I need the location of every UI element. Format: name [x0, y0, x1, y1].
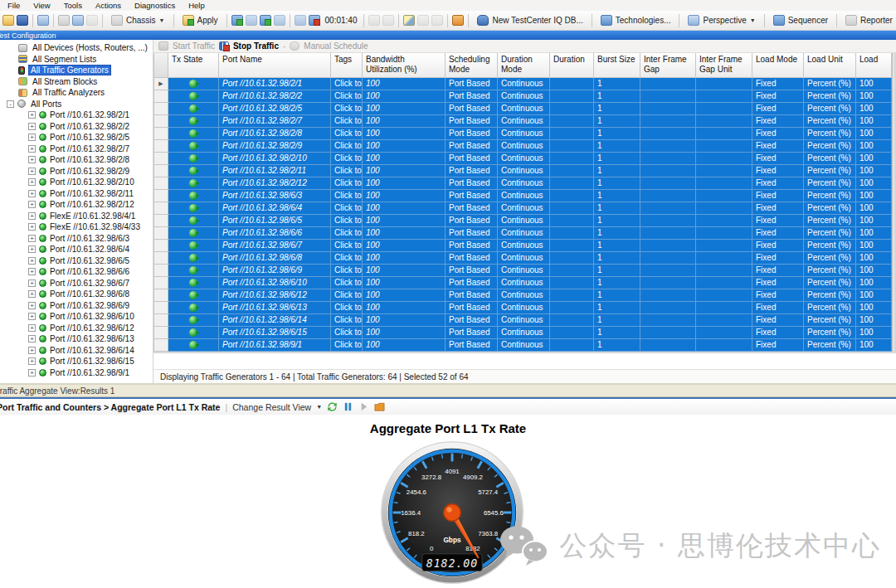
technologies-button[interactable]: Technologies...: [597, 13, 675, 27]
tab-traffic-aggregate-view[interactable]: Traffic Aggregate View:Results 1: [0, 386, 114, 396]
save-results-icon[interactable]: [37, 15, 49, 26]
expand-icon[interactable]: +: [28, 324, 36, 332]
sidebar-port-item[interactable]: +Port //10.61.32.98/2/9: [0, 166, 153, 177]
sidebar-port-item[interactable]: +Port //10.61.32.98/6/6: [0, 266, 153, 278]
row-handle[interactable]: [154, 189, 168, 202]
table-row[interactable]: Port //10.61.32.98/6/4Click to ad...100P…: [154, 202, 892, 214]
row-handle[interactable]: [154, 127, 168, 139]
expand-icon[interactable]: +: [28, 145, 36, 153]
expand-icon[interactable]: +: [28, 111, 36, 119]
stop-traffic-toolbar-icon[interactable]: [309, 15, 320, 26]
sidebar-item-all-traffic-analyzers[interactable]: All Traffic Analyzers: [0, 87, 153, 99]
column-header-inter-frame-gap-unit[interactable]: Inter Frame Gap Unit: [696, 53, 752, 77]
column-header-duration[interactable]: Duration: [550, 53, 594, 77]
column-header-bandwidth-utilization-[interactable]: Bandwidth Utilization (%): [363, 53, 446, 77]
table-row[interactable]: Port //10.61.32.98/2/10Click to ad...100…: [154, 152, 892, 164]
release-ports-icon[interactable]: [274, 15, 285, 26]
table-row[interactable]: Port //10.61.32.98/2/8Click to ad...100P…: [154, 127, 892, 139]
cell-tags[interactable]: Click to ad...: [331, 114, 363, 127]
cell-tags[interactable]: Click to ad...: [331, 152, 363, 164]
expand-icon[interactable]: +: [28, 178, 36, 186]
chassis-button[interactable]: Chassis ▼: [107, 13, 169, 27]
row-handle[interactable]: [154, 239, 168, 251]
expand-icon[interactable]: +: [28, 257, 36, 265]
sidebar-port-item[interactable]: +FlexE //10.61.32.98/4/33: [0, 221, 153, 233]
column-header-port-name[interactable]: Port Name: [219, 53, 331, 77]
sidebar-item-all-stream-blocks[interactable]: All Stream Blocks: [0, 76, 153, 88]
cell-tags[interactable]: Click to ad...: [331, 77, 363, 90]
table-row[interactable]: Port //10.61.32.98/2/2Click to ad...100P…: [154, 90, 892, 102]
column-header-burst-size[interactable]: Burst Size: [594, 53, 640, 77]
disconnect-ports-icon[interactable]: [246, 15, 257, 26]
paste-icon[interactable]: [86, 15, 98, 26]
row-handle[interactable]: [154, 152, 168, 164]
row-handle[interactable]: [154, 202, 168, 214]
column-header-load-mode[interactable]: Load Mode: [752, 53, 804, 77]
sidebar-port-item[interactable]: +Port //10.61.32.98/6/13: [0, 333, 153, 345]
stop-devices-icon[interactable]: [417, 15, 429, 26]
table-row[interactable]: Port //10.61.32.98/6/15Click to ad...100…: [154, 326, 892, 338]
column-header-duration-mode[interactable]: Duration Mode: [498, 53, 550, 77]
start-traffic-toolbar-icon[interactable]: [295, 15, 306, 26]
sidebar-port-item[interactable]: +Port //10.61.32.98/2/7: [0, 143, 153, 155]
row-handle[interactable]: [154, 102, 168, 114]
menu-item-view[interactable]: View: [27, 1, 56, 10]
table-row[interactable]: Port //10.61.32.98/6/9Click to ad...100P…: [154, 264, 892, 276]
sidebar-port-item[interactable]: +Port //10.61.32.98/2/12: [0, 199, 153, 211]
cut-icon[interactable]: [58, 15, 70, 26]
menu-item-diagnostics[interactable]: Diagnostics: [129, 1, 181, 10]
expand-icon[interactable]: +: [28, 279, 36, 287]
connect-ports-icon[interactable]: [231, 15, 243, 26]
row-handle[interactable]: [154, 326, 168, 338]
expand-icon[interactable]: +: [28, 347, 36, 354]
export-folder-icon[interactable]: [374, 401, 385, 412]
pause-icon[interactable]: [343, 401, 353, 412]
sidebar-port-item[interactable]: +FlexE //10.61.32.98/4/1: [0, 211, 153, 222]
manual-schedule-button[interactable]: Manual Schedule: [304, 41, 368, 51]
expand-icon[interactable]: +: [28, 290, 36, 298]
column-header-inter-frame-gap[interactable]: Inter Frame Gap: [640, 53, 696, 77]
new-testcenter-iq-db-button[interactable]: New TestCenter IQ DB...: [473, 13, 587, 27]
sidebar-port-item[interactable]: +Port //10.61.32.98/6/15: [0, 356, 153, 367]
sidebar-port-item[interactable]: +Port //10.61.32.98/2/8: [0, 154, 153, 166]
start-traffic-button[interactable]: Start Traffic: [173, 41, 215, 51]
expand-icon[interactable]: +: [28, 156, 36, 163]
row-handle[interactable]: [154, 289, 168, 301]
cell-tags[interactable]: Click to ad...: [331, 189, 363, 202]
cell-tags[interactable]: Click to ad...: [331, 289, 363, 301]
open-icon[interactable]: [2, 15, 14, 26]
row-handle[interactable]: [154, 214, 168, 226]
row-handle[interactable]: [154, 301, 168, 313]
cell-tags[interactable]: Click to ad...: [331, 301, 363, 313]
row-handle[interactable]: [154, 264, 168, 276]
unlock-icon[interactable]: [431, 15, 443, 26]
cell-tags[interactable]: Click to ad...: [331, 102, 363, 114]
menu-item-actions[interactable]: Actions: [90, 1, 127, 10]
expand-icon[interactable]: +: [28, 190, 36, 197]
sidebar-port-item[interactable]: +Port //10.61.32.98/2/5: [0, 132, 153, 143]
expand-icon[interactable]: +: [28, 268, 36, 275]
menu-item-tools[interactable]: Tools: [58, 1, 88, 10]
expand-icon[interactable]: +: [28, 302, 36, 309]
sequencer-button[interactable]: Sequencer: [769, 13, 832, 27]
sidebar-port-item[interactable]: +Port //10.61.32.98/6/7: [0, 278, 153, 289]
sidebar-port-item[interactable]: +Port //10.61.32.98/6/9: [0, 300, 153, 312]
release-config-icon[interactable]: [452, 15, 464, 26]
cell-tags[interactable]: Click to ad...: [331, 326, 363, 338]
column-header-tx-state[interactable]: Tx State: [168, 53, 219, 77]
expand-icon[interactable]: +: [28, 335, 36, 343]
sidebar-item-all-traffic-generators[interactable]: All Traffic Generators: [0, 65, 153, 76]
expand-icon[interactable]: +: [28, 212, 36, 220]
sidebar-port-item[interactable]: +Port //10.61.32.98/2/1: [0, 109, 153, 121]
table-row[interactable]: ▶Port //10.61.32.98/2/1Click to ad...100…: [154, 77, 892, 90]
table-row[interactable]: Port //10.61.32.98/6/10Click to ad...100…: [154, 276, 892, 289]
table-vertical-scrollbar[interactable]: [892, 53, 896, 352]
sidebar-port-item[interactable]: +Port //10.61.32.98/6/14: [0, 345, 153, 357]
change-result-view-button[interactable]: Change Result View: [232, 402, 311, 412]
expand-icon[interactable]: +: [28, 245, 36, 253]
sidebar-item-all-devices-hosts-routers-[interactable]: All Devices (Hosts, Routers, ...): [0, 42, 153, 54]
play-icon[interactable]: [358, 401, 369, 412]
column-header-scheduling-mode[interactable]: Scheduling Mode: [446, 53, 498, 77]
expand-icon[interactable]: +: [28, 168, 36, 175]
row-handle[interactable]: [154, 276, 168, 289]
